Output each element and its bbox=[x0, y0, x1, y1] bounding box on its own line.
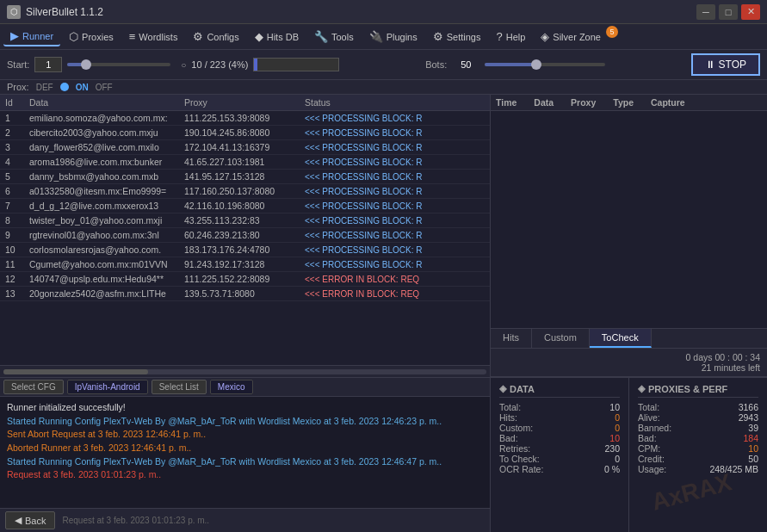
stat-row: Hits:0 bbox=[499, 412, 620, 423]
horizontal-scrollbar[interactable] bbox=[0, 365, 490, 377]
data-icon: ◈ bbox=[499, 383, 506, 394]
start-slider[interactable] bbox=[67, 63, 170, 66]
stat-key: CPM: bbox=[638, 443, 660, 454]
stat-row: OCR Rate:0 % bbox=[499, 464, 620, 474]
wordlist-name: Mexico bbox=[210, 380, 253, 394]
cell-proxy: 172.104.41.13:16379 bbox=[179, 140, 300, 155]
cell-proxy: 111.225.152.22:8089 bbox=[179, 272, 300, 287]
table-scroll-area[interactable]: Id Data Proxy Status 1 emiliano.somoza@y… bbox=[0, 95, 490, 365]
cell-status: <<< PROCESSING BLOCK: R bbox=[300, 199, 490, 213]
bots-group: Bots: 50 bbox=[425, 59, 605, 70]
table-row: 7 d_d_g_12@live.com.mxxerox13 42.116.10.… bbox=[0, 199, 490, 213]
cell-id: 9 bbox=[0, 228, 24, 243]
main-content: Start: ○ 10 / 223 (4%) Bots: 50 ⏸ STOP bbox=[0, 50, 767, 532]
cell-proxy: 141.95.127.15:3128 bbox=[179, 170, 300, 184]
tab-hits[interactable]: Hits bbox=[491, 329, 532, 348]
stat-row: Total:3166 bbox=[638, 402, 758, 412]
stat-key: Credit: bbox=[638, 454, 665, 464]
plugins-icon: 🔌 bbox=[369, 30, 383, 43]
cell-proxy: 60.246.239.213:80 bbox=[179, 228, 300, 243]
title-text: SilverBullet 1.1.2 bbox=[26, 6, 103, 18]
proxperf-icon: ◈ bbox=[638, 383, 645, 394]
cell-proxy: 190.104.245.86:8080 bbox=[179, 126, 300, 140]
stat-key: Alive: bbox=[638, 412, 660, 423]
minimize-button[interactable]: ─ bbox=[696, 4, 715, 20]
prox-label: Prox: bbox=[7, 82, 29, 92]
cell-proxy: 41.65.227.103:1981 bbox=[179, 155, 300, 170]
cell-id: 5 bbox=[0, 170, 24, 184]
stat-val: 10 bbox=[609, 433, 620, 443]
select-cfg-button[interactable]: Select CFG bbox=[3, 380, 64, 394]
proxies-icon: ⬡ bbox=[69, 30, 78, 43]
stat-row: Usage:248/425 MB bbox=[638, 464, 758, 474]
col-proxy-r: Proxy bbox=[571, 97, 596, 108]
bots-label: Bots: bbox=[425, 59, 447, 70]
tab-tocheck[interactable]: ToCheck bbox=[590, 329, 652, 348]
silverzone-badge: 5 bbox=[606, 26, 618, 38]
cell-id: 8 bbox=[0, 213, 24, 228]
menu-item-runner[interactable]: ▶Runner bbox=[3, 27, 60, 46]
app-icon: ⬡ bbox=[7, 5, 21, 19]
log-line: Started Running Config PlexTv-Web By @Ma… bbox=[7, 415, 483, 428]
menu-item-wordlists[interactable]: ≡Wordlists bbox=[122, 28, 185, 46]
cell-proxy: 91.243.192.17:3128 bbox=[179, 257, 300, 272]
title-bar: ⬡ SilverBullet 1.1.2 ─ □ ✕ bbox=[0, 0, 767, 24]
runner-icon: ▶ bbox=[10, 29, 19, 42]
hscroll-thumb bbox=[3, 369, 148, 374]
back-button[interactable]: ◀ Back bbox=[5, 511, 55, 529]
stat-row: Bad:184 bbox=[638, 433, 758, 443]
cell-status: <<< PROCESSING BLOCK: R bbox=[300, 170, 490, 184]
stat-val: 230 bbox=[604, 443, 620, 454]
col-capture-r: Capture bbox=[651, 97, 685, 108]
log-line: Aborted Runner at 3 feb. 2023 12:46:41 p… bbox=[7, 442, 483, 455]
maximize-button[interactable]: □ bbox=[719, 4, 738, 20]
cell-proxy: 42.116.10.196:8080 bbox=[179, 199, 300, 213]
menu-item-proxies[interactable]: ⬡Proxies bbox=[62, 28, 121, 46]
cell-status: <<< PROCESSING BLOCK: R bbox=[300, 243, 490, 257]
runner-label: Runner bbox=[22, 31, 53, 41]
menu-item-settings[interactable]: ⚙Settings bbox=[426, 28, 488, 46]
menu-item-help[interactable]: ?Help bbox=[489, 28, 532, 46]
cell-data: d_d_g_12@live.com.mxxerox13 bbox=[24, 199, 179, 213]
stat-key: Retries: bbox=[499, 443, 530, 454]
table-row: 13 20gonzalez5402@asfm.mx:LITHe 139.5.73… bbox=[0, 287, 490, 301]
bots-slider[interactable] bbox=[485, 63, 605, 66]
prox-off[interactable]: OFF bbox=[96, 83, 113, 92]
cell-data: twister_boy_01@yahoo.com.mxji bbox=[24, 213, 179, 228]
close-button[interactable]: ✕ bbox=[741, 4, 760, 20]
menu-item-hitsdb[interactable]: ◆Hits DB bbox=[248, 28, 306, 46]
right-panel-content bbox=[491, 111, 767, 328]
stat-row: Total:10 bbox=[499, 402, 620, 412]
stop-button[interactable]: ⏸ STOP bbox=[691, 53, 760, 76]
menu-item-plugins[interactable]: 🔌Plugins bbox=[362, 28, 424, 46]
tab-custom[interactable]: Custom bbox=[532, 329, 590, 348]
prox-def[interactable]: DEF bbox=[36, 83, 53, 92]
prog-group: ○ 10 / 223 (4%) bbox=[181, 58, 339, 71]
cell-data: corlosmolaresrojas@yahoo.com. bbox=[24, 243, 179, 257]
cell-status: <<< PROCESSING BLOCK: R bbox=[300, 257, 490, 272]
cell-proxy: 43.255.113.232:83 bbox=[179, 213, 300, 228]
help-icon: ? bbox=[496, 30, 502, 43]
log-content: Runner initialized succesfully!Started R… bbox=[0, 397, 490, 508]
stat-key: OCR Rate: bbox=[499, 464, 543, 474]
proxperf-stats-title: ◈ PROXIES & PERF bbox=[638, 383, 758, 398]
cell-id: 12 bbox=[0, 272, 24, 287]
menu-item-tools[interactable]: 🔧Tools bbox=[307, 28, 361, 46]
select-list-button[interactable]: Select List bbox=[152, 380, 207, 394]
menu-item-silverzone[interactable]: ◈Silver Zone5 bbox=[534, 28, 623, 46]
settings-label: Settings bbox=[447, 32, 481, 42]
right-panel-bottom: Hits Custom ToCheck 0 days 00 : 00 : 34 … bbox=[491, 328, 767, 377]
right-tabs: Hits Custom ToCheck bbox=[491, 329, 767, 349]
menu-bar: ▶Runner⬡Proxies≡Wordlists⚙Configs◆Hits D… bbox=[0, 24, 767, 50]
cell-id: 10 bbox=[0, 243, 24, 257]
prog-bar-container bbox=[253, 58, 339, 71]
table-row: 6 a01332580@itesm.mx:Emo9999= 117.160.25… bbox=[0, 184, 490, 199]
plugins-label: Plugins bbox=[387, 32, 418, 42]
menu-item-configs[interactable]: ⚙Configs bbox=[186, 28, 245, 46]
stat-row: CPM:10 bbox=[638, 443, 758, 454]
prox-on[interactable]: ON bbox=[76, 83, 89, 92]
stat-val: 0 bbox=[615, 423, 620, 433]
cell-status: <<< PROCESSING BLOCK: R bbox=[300, 228, 490, 243]
start-input[interactable] bbox=[34, 57, 62, 72]
cell-id: 11 bbox=[0, 257, 24, 272]
